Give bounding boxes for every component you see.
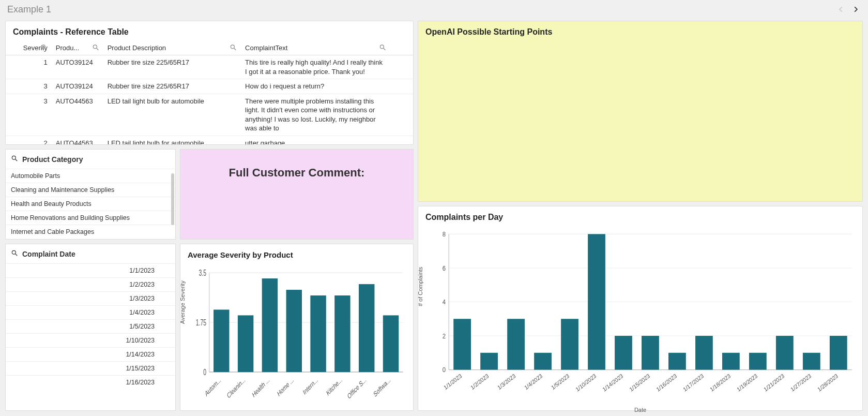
- category-filter-header[interactable]: Product Category: [6, 150, 175, 169]
- cell-complaint: There were multiple problems installing …: [241, 94, 390, 136]
- svg-text:1/19/2023: 1/19/2023: [736, 373, 758, 393]
- comment-title: Full Customer Comment:: [229, 166, 365, 180]
- cpd-title: Complaints per Day: [418, 206, 862, 226]
- avg-severity-panel: Average Severity by Product Average Seve…: [180, 244, 414, 411]
- svg-text:1/14/2023: 1/14/2023: [601, 373, 624, 393]
- list-item[interactable]: 1/3/2023: [6, 291, 175, 305]
- cell-complaint: This tire is really high quality! And I …: [241, 55, 390, 79]
- table-row[interactable]: 1AUTO39124Rubber tire size 225/65R17This…: [6, 55, 413, 79]
- openai-starting-points-panel: OpenAI Possible Starting Points: [418, 21, 863, 202]
- cell-severity: 2: [6, 136, 52, 145]
- svg-line-51: [16, 159, 18, 161]
- svg-text:1/16/2023: 1/16/2023: [655, 373, 678, 393]
- search-icon[interactable]: [40, 43, 48, 52]
- cell-product-id: AUTO39124: [52, 55, 103, 79]
- svg-text:1/4/2023: 1/4/2023: [523, 373, 543, 391]
- cell-product-id: AUTO39124: [52, 79, 103, 94]
- table-row[interactable]: 2AUTO44563LED tail light bulb for automo…: [6, 136, 413, 145]
- openai-title: OpenAI Possible Starting Points: [418, 21, 862, 43]
- svg-rect-42: [749, 353, 767, 370]
- search-icon[interactable]: [11, 249, 18, 258]
- cpd-ylabel: # of Complaints: [417, 267, 423, 306]
- svg-text:1.75: 1.75: [196, 318, 206, 328]
- svg-text:4: 4: [443, 298, 446, 306]
- svg-line-3: [96, 48, 98, 50]
- list-item[interactable]: 1/2/2023: [6, 277, 175, 291]
- col-severity[interactable]: Severity: [6, 41, 52, 55]
- svg-rect-34: [642, 336, 659, 370]
- avg-title: Average Severity by Product: [180, 244, 413, 263]
- date-filter-header[interactable]: Complaint Date: [6, 244, 175, 263]
- svg-text:Cleanin...: Cleanin...: [226, 376, 246, 400]
- list-item[interactable]: 1/5/2023: [6, 319, 175, 333]
- cell-severity: 3: [6, 94, 52, 136]
- avg-ylabel: Average Severity: [179, 280, 186, 324]
- svg-rect-66: [262, 278, 278, 372]
- svg-text:Autom...: Autom...: [204, 376, 222, 398]
- svg-rect-24: [507, 319, 525, 369]
- svg-point-0: [41, 44, 45, 48]
- cpd-chart[interactable]: # of Complaints 024681/1/20231/2/20231/3…: [418, 226, 862, 410]
- list-item[interactable]: 1/4/2023: [6, 305, 175, 319]
- svg-rect-32: [615, 336, 632, 370]
- cell-severity: 1: [6, 55, 52, 79]
- svg-text:1/15/2023: 1/15/2023: [628, 373, 651, 393]
- ref-table-title: Complaints - Reference Table: [6, 21, 413, 41]
- cell-spacer: [390, 136, 413, 145]
- cell-description: Rubber tire size 225/65R17: [103, 55, 241, 79]
- svg-text:6: 6: [443, 264, 446, 272]
- col-complaint-text[interactable]: ComplaintText: [241, 41, 390, 55]
- search-icon[interactable]: [379, 43, 386, 52]
- scrollbar-thumb[interactable]: [171, 173, 174, 225]
- svg-rect-64: [238, 315, 253, 372]
- cpd-xlabel: Date: [423, 407, 857, 415]
- cell-description: LED tail light bulb for automobile: [103, 136, 241, 145]
- svg-rect-44: [776, 336, 794, 370]
- svg-text:1/1/2023: 1/1/2023: [443, 373, 463, 391]
- svg-point-6: [380, 44, 384, 48]
- list-item[interactable]: 1/1/2023: [6, 263, 175, 277]
- search-icon[interactable]: [11, 155, 18, 164]
- cell-complaint: utter garbage: [241, 136, 390, 145]
- svg-text:Softwa...: Softwa...: [373, 376, 392, 399]
- avg-chart[interactable]: Average Severity 01.753.5Autom...Cleanin…: [180, 263, 413, 410]
- svg-text:Office S...: Office S...: [346, 376, 368, 401]
- svg-rect-28: [561, 319, 578, 369]
- svg-point-4: [231, 44, 234, 48]
- list-item[interactable]: Internet and Cable Packages: [6, 225, 175, 239]
- search-icon[interactable]: [92, 43, 99, 52]
- svg-point-52: [12, 250, 16, 254]
- list-item[interactable]: Health and Beauty Products: [6, 197, 175, 211]
- cell-description: Rubber tire size 225/65R17: [103, 79, 241, 94]
- col-product-id[interactable]: Produ...: [52, 41, 103, 55]
- search-icon[interactable]: [230, 43, 237, 52]
- nav-next-button[interactable]: [850, 4, 861, 14]
- complaints-reference-table-panel: Complaints - Reference Table Severity Pr…: [5, 21, 414, 145]
- table-row[interactable]: 3AUTO44563LED tail light bulb for automo…: [6, 94, 413, 136]
- list-item[interactable]: 1/10/2023: [6, 333, 175, 347]
- svg-rect-70: [310, 295, 326, 372]
- svg-rect-38: [695, 336, 713, 370]
- table-header-row: Severity Produ... Product: [6, 41, 413, 55]
- col-description[interactable]: Product Description: [103, 41, 241, 55]
- col-complaint-text-label: ComplaintText: [245, 44, 287, 52]
- list-item[interactable]: 1/14/2023: [6, 347, 175, 361]
- list-item[interactable]: 1/16/2023: [6, 375, 175, 389]
- product-category-filter-panel: Product Category Automobile PartsCleanin…: [5, 149, 176, 240]
- complaint-date-filter-panel: Complaint Date 1/1/20231/2/20231/3/20231…: [5, 244, 176, 411]
- cell-severity: 3: [6, 79, 52, 94]
- col-description-label: Product Description: [108, 44, 166, 52]
- svg-rect-26: [534, 353, 552, 370]
- reference-table[interactable]: Severity Produ... Product: [6, 41, 413, 145]
- svg-text:1/10/2023: 1/10/2023: [574, 373, 597, 393]
- list-item[interactable]: Home Renovations and Building Supplies: [6, 211, 175, 225]
- list-item[interactable]: Cleaning and Maintenance Supplies: [6, 183, 175, 197]
- svg-text:Intern...: Intern...: [302, 376, 319, 397]
- list-item[interactable]: Automobile Parts: [6, 169, 175, 183]
- table-row[interactable]: 3AUTO39124Rubber tire size 225/65R17How …: [6, 79, 413, 94]
- svg-text:2: 2: [443, 332, 446, 340]
- nav-prev-button[interactable]: [836, 4, 846, 14]
- complaints-per-day-panel: Complaints per Day # of Complaints 02468…: [418, 206, 863, 411]
- list-item[interactable]: 1/15/2023: [6, 361, 175, 375]
- svg-text:Health ...: Health ...: [251, 376, 271, 399]
